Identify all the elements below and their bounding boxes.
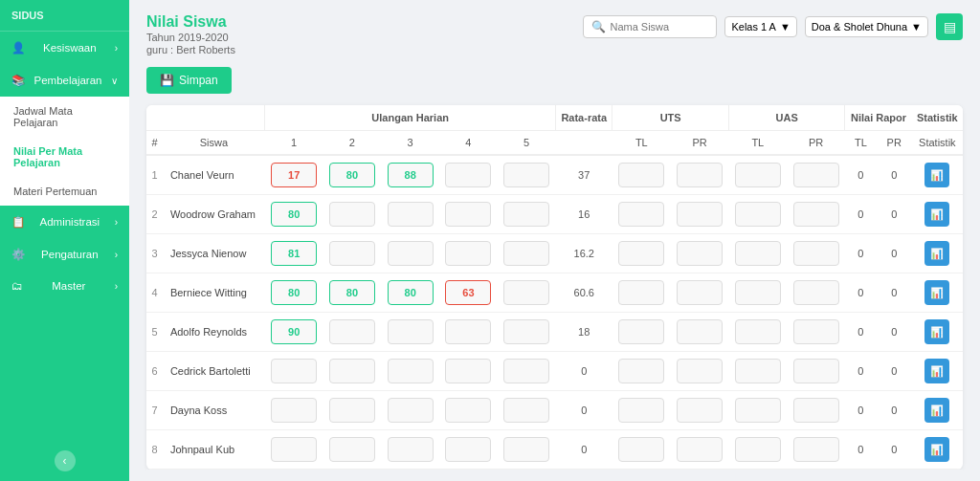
uh-input-4[interactable]: [439, 352, 498, 391]
sidebar-item-pembelajaran[interactable]: 📚 Pembelajaran ∨: [0, 64, 129, 97]
uh-input-3[interactable]: [381, 352, 439, 391]
uh-input-1[interactable]: [265, 430, 323, 470]
uh-input-4[interactable]: [439, 391, 498, 430]
statistik-cell[interactable]: 📊: [912, 313, 963, 352]
uh-input-5[interactable]: [498, 352, 556, 391]
uh-input-1[interactable]: [265, 391, 323, 430]
uts_pr[interactable]: [671, 391, 729, 430]
search-input[interactable]: [610, 21, 708, 33]
submenu-jadwal[interactable]: Jadwal Mata Pelajaran: [0, 97, 129, 137]
statistik-button[interactable]: 📊: [924, 163, 949, 187]
statistik-button[interactable]: 📊: [924, 319, 949, 344]
uh-input-4[interactable]: [439, 155, 498, 195]
uas_pr[interactable]: [787, 391, 845, 430]
statistik-cell[interactable]: 📊: [912, 155, 963, 195]
uh-input-3[interactable]: [381, 234, 439, 273]
sidebar-item-master[interactable]: 🗂 Master ›: [0, 271, 129, 301]
uas_tl[interactable]: [728, 155, 787, 195]
uas_pr[interactable]: [787, 430, 845, 470]
uas_tl[interactable]: [728, 195, 787, 234]
search-box[interactable]: 🔍: [583, 15, 717, 38]
uh-input-3[interactable]: [381, 195, 439, 234]
uh-input-2[interactable]: [323, 391, 382, 430]
sidebar-item-administrasi[interactable]: 📋 Administrasi ›: [0, 206, 129, 238]
uh-input-3[interactable]: [381, 391, 439, 430]
sidebar-item-kesiswaan[interactable]: 👤 Kesiswaan ›: [0, 32, 129, 64]
statistik-button[interactable]: 📊: [924, 359, 949, 383]
uh-input-1[interactable]: [265, 273, 323, 313]
uh-input-3[interactable]: [381, 313, 439, 352]
uh-input-5[interactable]: [498, 195, 556, 234]
uts_pr[interactable]: [671, 234, 729, 273]
uts_pr[interactable]: [671, 352, 729, 391]
submenu-materi[interactable]: Materi Pertemuan: [0, 177, 129, 206]
statistik-cell[interactable]: 📊: [912, 352, 963, 391]
uh-input-1[interactable]: [265, 352, 323, 391]
uas_tl[interactable]: [728, 391, 787, 430]
uh-input-3[interactable]: [381, 155, 439, 195]
uh-input-1[interactable]: [265, 234, 323, 273]
statistik-cell[interactable]: 📊: [912, 195, 963, 234]
uts_tl[interactable]: [612, 155, 671, 195]
statistik-cell[interactable]: 📊: [912, 391, 963, 430]
statistik-cell[interactable]: 📊: [912, 273, 963, 313]
uts_tl[interactable]: [612, 352, 671, 391]
uas_pr[interactable]: [787, 352, 845, 391]
uh-input-4[interactable]: [439, 273, 498, 313]
statistik-button[interactable]: 📊: [924, 280, 949, 305]
uas_tl[interactable]: [728, 352, 787, 391]
uh-input-2[interactable]: [323, 273, 382, 313]
sidebar-collapse-button[interactable]: ‹: [0, 441, 129, 481]
uts_tl[interactable]: [612, 430, 671, 470]
uh-input-2[interactable]: [323, 430, 382, 470]
uas_tl[interactable]: [728, 313, 787, 352]
class-select[interactable]: Kelas 1 A ▼: [724, 16, 796, 37]
subject-select[interactable]: Doa & Sholet Dhuna ▼: [805, 16, 928, 37]
sidebar-item-pengaturan[interactable]: ⚙️ Pengaturan ›: [0, 238, 129, 271]
uh-input-1[interactable]: [265, 155, 323, 195]
uh-input-5[interactable]: [498, 391, 556, 430]
uts_tl[interactable]: [612, 195, 671, 234]
filter-button[interactable]: ▤: [936, 13, 963, 40]
uas_tl[interactable]: [728, 234, 787, 273]
uts_tl[interactable]: [612, 273, 671, 313]
uas_pr[interactable]: [787, 155, 845, 195]
uts_pr[interactable]: [671, 155, 729, 195]
uas_pr[interactable]: [787, 234, 845, 273]
statistik-button[interactable]: 📊: [924, 241, 949, 266]
uh-input-5[interactable]: [498, 430, 556, 470]
uh-input-2[interactable]: [323, 352, 382, 391]
uts_pr[interactable]: [671, 195, 729, 234]
uh-input-4[interactable]: [439, 313, 498, 352]
statistik-button[interactable]: 📊: [924, 398, 949, 423]
uts_tl[interactable]: [612, 313, 671, 352]
uh-input-1[interactable]: [265, 195, 323, 234]
uh-input-4[interactable]: [439, 430, 498, 470]
submenu-nilai[interactable]: Nilai Per Mata Pelajaran: [0, 137, 129, 177]
uts_pr[interactable]: [671, 273, 729, 313]
uh-input-4[interactable]: [439, 195, 498, 234]
uh-input-5[interactable]: [498, 313, 556, 352]
uas_pr[interactable]: [787, 313, 845, 352]
uh-input-3[interactable]: [381, 430, 439, 470]
statistik-cell[interactable]: 📊: [912, 430, 963, 470]
statistik-button[interactable]: 📊: [924, 202, 949, 227]
uts_tl[interactable]: [612, 234, 671, 273]
uh-input-1[interactable]: [265, 313, 323, 352]
uh-input-2[interactable]: [323, 195, 382, 234]
uts_pr[interactable]: [671, 313, 729, 352]
uas_pr[interactable]: [787, 195, 845, 234]
uh-input-3[interactable]: [381, 273, 439, 313]
uh-input-2[interactable]: [323, 155, 382, 195]
uh-input-2[interactable]: [323, 313, 382, 352]
uas_tl[interactable]: [728, 430, 787, 470]
uts_tl[interactable]: [612, 391, 671, 430]
save-button[interactable]: 💾 Simpan: [146, 67, 232, 94]
uas_tl[interactable]: [728, 273, 787, 313]
uh-input-5[interactable]: [498, 273, 556, 313]
uh-input-5[interactable]: [498, 234, 556, 273]
statistik-button[interactable]: 📊: [924, 437, 949, 462]
statistik-cell[interactable]: 📊: [912, 234, 963, 273]
uh-input-5[interactable]: [498, 155, 556, 195]
uas_pr[interactable]: [787, 273, 845, 313]
